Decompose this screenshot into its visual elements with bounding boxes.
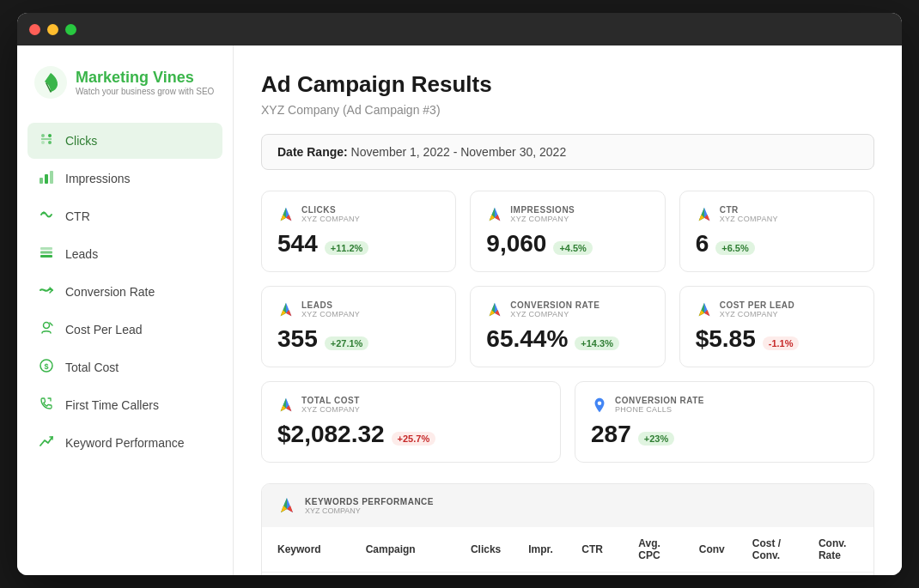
metric-card: COST PER LEAD XYZ COMPANY $5.85 -1.1%: [679, 286, 874, 367]
google-ads-icon: [486, 301, 503, 318]
svg-point-4: [48, 141, 52, 144]
close-button[interactable]: [29, 24, 40, 35]
table-cell: 54.69%: [805, 573, 873, 576]
metric-label-bot: XYZ COMPANY: [301, 215, 360, 223]
metric-badge: +11.2%: [325, 241, 369, 255]
page-title: Ad Campaign Results: [261, 71, 874, 98]
logo-icon: [34, 66, 67, 99]
metric-label-bot: XYZ COMPANY: [301, 405, 360, 414]
table-header: Avg. CPC: [624, 527, 685, 573]
svg-point-3: [41, 141, 45, 144]
metric-label-top: CTR: [720, 205, 778, 215]
table-cell: 35: [685, 573, 739, 576]
sidebar-item-impressions[interactable]: Impressions: [27, 161, 222, 197]
first-time-callers-icon: [38, 396, 55, 415]
sidebar-item-first-time-callers[interactable]: First Time Callers: [27, 387, 222, 423]
google-ads-icon: [486, 206, 503, 223]
total-cost-icon: $: [38, 358, 55, 377]
svg-rect-12: [40, 255, 52, 258]
metric-card: IMPRESSIONS XYZ COMPANY 9,060 +4.5%: [470, 191, 665, 272]
metric-card: CTR XYZ COMPANY 6 +6.5%: [679, 191, 874, 272]
metric-label-bot: XYZ COMPANY: [720, 310, 795, 318]
table-header: Conv. Rate: [805, 527, 873, 573]
keywords-section: KEYWORDS PERFORMANCE XYZ COMPANY Keyword…: [261, 483, 874, 575]
sidebar-item-clicks[interactable]: Clicks: [27, 123, 222, 159]
logo-text: Marketing Vines Watch your business grow…: [76, 69, 214, 96]
table-header: Conv: [685, 527, 739, 573]
metric-value: 6: [696, 230, 709, 258]
sidebar-item-ctr-label: CTR: [65, 209, 90, 223]
metric-label-top: TOTAL COST: [301, 396, 360, 405]
metric-value: 355: [277, 325, 318, 353]
svg-point-13: [44, 323, 50, 329]
metric-badge: +4.5%: [553, 241, 593, 255]
svg-point-9: [43, 212, 46, 215]
app-window: Marketing Vines Watch your business grow…: [17, 13, 902, 575]
kw-labels: KEYWORDS PERFORMANCE XYZ COMPANY: [305, 497, 434, 515]
metric-labels: CLICKS XYZ COMPANY: [301, 205, 360, 223]
metric-value-row: 544 +11.2%: [277, 230, 440, 258]
google-ads-icon: [696, 206, 713, 223]
metric-labels: CONVERSION RATE XYZ COMPANY: [510, 300, 599, 318]
metric-label-top: CLICKS: [301, 205, 360, 215]
titlebar: [17, 13, 902, 45]
metric-value: 65.44%: [486, 325, 568, 353]
metric-label-top: CONVERSION RATE: [510, 300, 599, 310]
table-header: Keyword: [262, 527, 352, 573]
svg-rect-11: [40, 252, 52, 254]
table-cell: 1,569: [514, 573, 568, 576]
metric-card: CONVERSION RATE PHONE CALLS 287 +23%: [575, 381, 874, 463]
pin-icon: [591, 397, 608, 414]
metric-value-row: 6 +6.5%: [696, 230, 858, 258]
minimize-button[interactable]: [47, 24, 58, 35]
kw-label-top: KEYWORDS PERFORMANCE: [305, 497, 434, 506]
metric-value-row: $5.85 -1.1%: [696, 325, 858, 353]
page-subtitle: XYZ Company (Ad Campaign #3): [261, 103, 874, 117]
table-header: CTR: [568, 527, 624, 573]
metric-labels: CONVERSION RATE PHONE CALLS: [615, 396, 704, 414]
clicks-icon: [38, 131, 55, 150]
sidebar-item-cost-per-lead[interactable]: Cost Per Lead: [27, 312, 222, 348]
sidebar-item-leads[interactable]: Leads: [27, 236, 222, 272]
sidebar: Marketing Vines Watch your business grow…: [17, 45, 234, 575]
table-cell: $6.43: [739, 573, 805, 576]
metric-badge: +6.5%: [715, 241, 755, 255]
metric-value: 9,060: [486, 230, 546, 258]
svg-text:$: $: [44, 362, 48, 371]
metric-label-top: COST PER LEAD: [720, 300, 795, 310]
metric-badge: +23%: [638, 432, 674, 446]
svg-point-1: [41, 134, 45, 137]
metric-value: $5.85: [696, 325, 756, 353]
table-cell: Towing Services (Lead Gen): [352, 573, 457, 576]
metrics-grid-mid: LEADS XYZ COMPANY 355 +27.1% CONVERSION …: [261, 286, 874, 367]
sidebar-item-leads-label: Leads: [65, 247, 98, 261]
metric-badge: +14.3%: [575, 336, 619, 350]
sidebar-item-impressions-label: Impressions: [65, 172, 130, 185]
sidebar-item-conversion-rate[interactable]: Conversion Rate: [27, 274, 222, 310]
maximize-button[interactable]: [65, 24, 76, 35]
metric-header: COST PER LEAD XYZ COMPANY: [696, 300, 858, 318]
metric-label-bot: XYZ COMPANY: [720, 215, 778, 223]
table-header: Clicks: [457, 527, 514, 573]
leads-icon: [38, 245, 55, 264]
metric-header: CONVERSION RATE XYZ COMPANY: [486, 300, 648, 318]
metric-label-bot: XYZ COMPANY: [510, 310, 599, 318]
metric-header: IMPRESSIONS XYZ COMPANY: [486, 205, 648, 223]
metric-labels: IMPRESSIONS XYZ COMPANY: [510, 205, 575, 223]
sidebar-item-total-cost[interactable]: $ Total Cost: [27, 349, 222, 385]
metric-labels: TOTAL COST XYZ COMPANY: [301, 396, 360, 414]
metric-value: 287: [591, 421, 631, 448]
ctr-icon: [38, 207, 55, 226]
table-header: Impr.: [514, 527, 568, 573]
sidebar-item-ctr[interactable]: CTR: [27, 198, 222, 234]
sidebar-item-first-time-callers-label: First Time Callers: [65, 398, 159, 412]
cost-per-lead-icon: [38, 320, 55, 339]
sidebar-item-keyword-performance[interactable]: Keyword Performance: [27, 425, 222, 461]
metric-value-row: 355 +27.1%: [277, 325, 440, 353]
metric-value-row: 9,060 +4.5%: [486, 230, 648, 258]
google-ads-icon: [277, 301, 295, 318]
date-range-box: Date Range: November 1, 2022 - November …: [261, 134, 874, 170]
main-content: Ad Campaign Results XYZ Company (Ad Camp…: [234, 45, 902, 575]
metric-value: $2,082.32: [277, 421, 385, 448]
date-range-value: November 1, 2022 - November 30, 2022: [351, 145, 567, 159]
